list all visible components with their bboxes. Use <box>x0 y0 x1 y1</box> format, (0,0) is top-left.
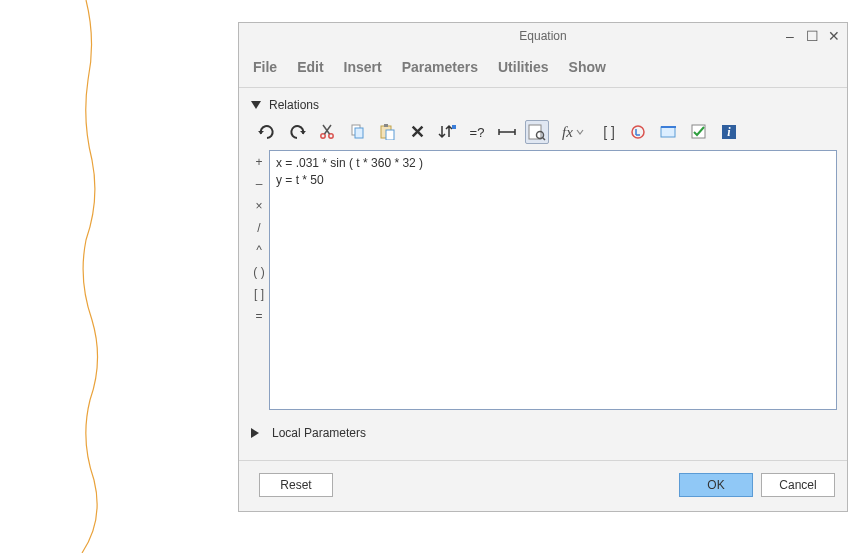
disclosure-right-icon <box>251 428 264 438</box>
info-icon: i <box>721 124 737 140</box>
dropdown-icon <box>576 128 584 136</box>
sort-button[interactable] <box>435 120 459 144</box>
copy-button[interactable] <box>345 120 369 144</box>
delete-button[interactable]: ✕ <box>405 120 429 144</box>
cancel-button[interactable]: Cancel <box>761 473 835 497</box>
menu-insert[interactable]: Insert <box>344 59 382 75</box>
svg-point-1 <box>329 134 333 138</box>
function-button[interactable]: fx <box>555 120 591 144</box>
canvas-curve <box>0 0 240 553</box>
equation-line-2: y = t * 50 <box>276 172 830 189</box>
units-button[interactable] <box>627 120 651 144</box>
verify-icon <box>660 124 678 140</box>
redo-icon <box>288 124 306 140</box>
window-title: Equation <box>519 29 566 43</box>
undo-button[interactable] <box>255 120 279 144</box>
fx-icon: fx <box>562 124 573 141</box>
measure-button[interactable] <box>495 120 519 144</box>
dialog-footer: Reset OK Cancel <box>239 461 847 511</box>
op-bracket[interactable]: [ ] <box>254 286 264 302</box>
menu-edit[interactable]: Edit <box>297 59 323 75</box>
op-equals[interactable]: = <box>255 308 262 324</box>
op-plus[interactable]: + <box>255 154 262 170</box>
cut-button[interactable] <box>315 120 339 144</box>
check-icon <box>691 124 707 140</box>
equation-line-1: x = .031 * sin ( t * 360 * 32 ) <box>276 155 830 172</box>
op-times[interactable]: × <box>255 198 262 214</box>
local-params-section-header[interactable]: Local Parameters <box>249 422 837 446</box>
measure-icon <box>498 125 516 139</box>
op-paren[interactable]: ( ) <box>253 264 264 280</box>
close-button[interactable]: ✕ <box>827 28 841 44</box>
menu-parameters[interactable]: Parameters <box>402 59 478 75</box>
svg-point-0 <box>321 134 325 138</box>
info-button[interactable]: i <box>717 120 741 144</box>
svg-rect-11 <box>661 127 675 137</box>
relations-label: Relations <box>269 98 319 112</box>
verify-button[interactable] <box>657 120 681 144</box>
op-minus[interactable]: – <box>256 176 263 192</box>
copy-icon <box>349 124 365 140</box>
local-params-label: Local Parameters <box>272 426 366 440</box>
svg-rect-6 <box>386 130 394 140</box>
svg-rect-5 <box>384 124 388 127</box>
redo-button[interactable] <box>285 120 309 144</box>
disclosure-down-icon <box>251 101 261 109</box>
evaluate-icon: =? <box>470 125 485 140</box>
operator-palette: + – × / ^ ( ) [ ] = <box>249 150 269 410</box>
equation-dialog: Equation – ☐ ✕ File Edit Insert Paramete… <box>238 22 848 512</box>
relations-section-header[interactable]: Relations <box>249 94 837 118</box>
titlebar[interactable]: Equation – ☐ ✕ <box>239 23 847 49</box>
svg-point-10 <box>632 126 644 138</box>
brackets-icon: [ ] <box>603 124 615 140</box>
maximize-button[interactable]: ☐ <box>805 28 819 44</box>
menu-show[interactable]: Show <box>569 59 606 75</box>
undo-icon <box>258 124 276 140</box>
reset-button[interactable]: Reset <box>259 473 333 497</box>
delete-icon: ✕ <box>410 121 425 143</box>
find-icon <box>528 123 546 141</box>
menu-file[interactable]: File <box>253 59 277 75</box>
relations-toolbar: ✕ =? <box>249 118 837 150</box>
minimize-button[interactable]: – <box>783 28 797 44</box>
menubar: File Edit Insert Parameters Utilities Sh… <box>239 49 847 88</box>
find-button[interactable] <box>525 120 549 144</box>
units-icon <box>630 124 648 140</box>
evaluate-button[interactable]: =? <box>465 120 489 144</box>
brackets-button[interactable]: [ ] <box>597 120 621 144</box>
paste-icon <box>379 124 395 140</box>
ok-button[interactable]: OK <box>679 473 753 497</box>
sort-icon <box>438 124 456 140</box>
menu-utilities[interactable]: Utilities <box>498 59 549 75</box>
equation-editor[interactable]: x = .031 * sin ( t * 360 * 32 ) y = t * … <box>269 150 837 410</box>
svg-rect-3 <box>355 128 363 138</box>
svg-rect-7 <box>452 125 456 129</box>
op-divide[interactable]: / <box>257 220 260 236</box>
check-button[interactable] <box>687 120 711 144</box>
op-power[interactable]: ^ <box>256 242 262 258</box>
scissors-icon <box>319 124 335 140</box>
paste-button[interactable] <box>375 120 399 144</box>
